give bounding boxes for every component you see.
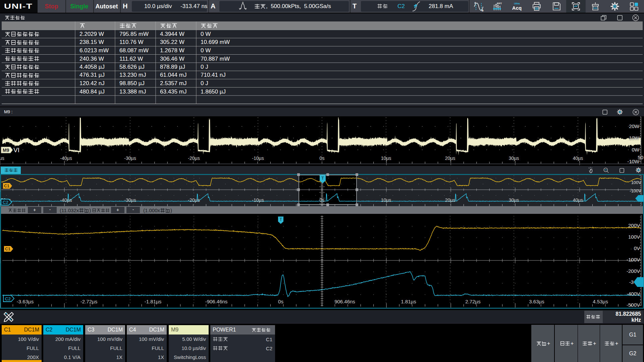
svg-text:C1: C1 [5, 247, 10, 251]
svg-text:T: T [280, 217, 282, 222]
